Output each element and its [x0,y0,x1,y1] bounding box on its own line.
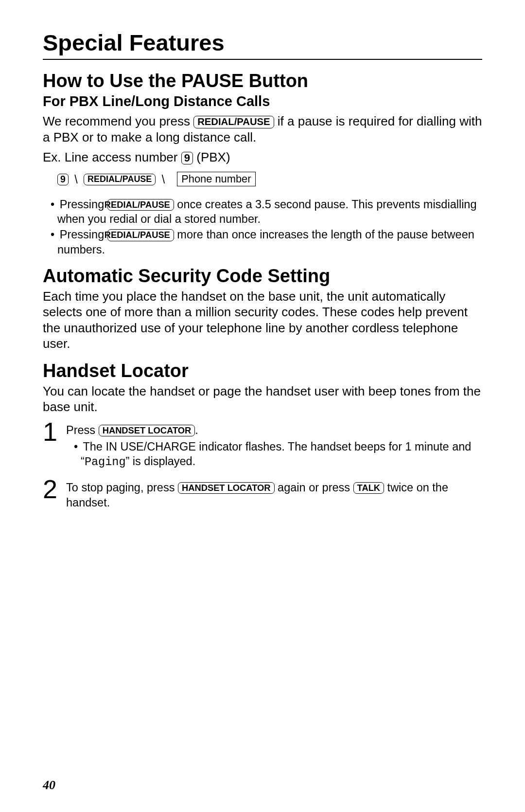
pause-intro-paragraph: We recommend you press REDIAL/PAUSE if a… [43,113,482,145]
heading-handset-locator: Handset Locator [43,361,482,381]
security-paragraph: Each time you place the handset on the b… [43,289,482,352]
heading-security-code: Automatic Security Code Setting [43,266,482,287]
key-redial-pause: REDIAL/PAUSE [193,116,274,128]
step-1: 1 Press HANDSET LOCATOR. The IN USE/CHAR… [43,420,482,478]
key-redial-pause: REDIAL/PAUSE [107,199,174,211]
display-text-paging: Paging [85,455,126,469]
page-number: 40 [43,778,55,793]
locator-steps: 1 Press HANDSET LOCATOR. The IN USE/CHAR… [43,420,482,517]
text: Pressing [60,228,107,241]
list-item: The IN USE/CHARGE indicator flashes. The… [68,439,482,469]
manual-page: Special Features How to Use the PAUSE Bu… [0,0,525,812]
key-handset-locator: HANDSET LOCATOR [178,482,275,494]
text: We recommend you press [43,114,193,128]
step-number: 1 [43,420,66,478]
text: Ex. Line access number [43,150,181,164]
subheading-pbx: For PBX Line/Long Distance Calls [43,93,482,109]
text: Press [66,424,99,436]
step-body: To stop paging, press HANDSET LOCATOR ag… [66,477,482,517]
key-redial-pause: REDIAL/PAUSE [84,174,156,185]
pause-bullets: Pressing REDIAL/PAUSE once creates a 3.5… [43,197,482,256]
box-phone-number: Phone number [177,172,255,186]
step-1-bullets: The IN USE/CHARGE indicator flashes. The… [66,439,482,469]
text: (PBX) [193,150,230,164]
example-line: Ex. Line access number 9 (PBX) [43,150,482,165]
text: Pressing [60,198,107,211]
step-2: 2 To stop paging, press HANDSET LOCATOR … [43,477,482,517]
page-title: Special Features [43,29,482,56]
arrow-icon: \ [71,171,80,189]
key-redial-pause: REDIAL/PAUSE [107,229,174,241]
title-rule [43,59,482,60]
key-handset-locator: HANDSET LOCATOR [99,425,195,436]
locator-intro: You can locate the handset or page the h… [43,383,482,415]
list-item: Pressing REDIAL/PAUSE more than once inc… [45,227,482,256]
arrow-icon: \ [159,171,168,189]
text: ” is displayed. [126,455,196,468]
text: To stop paging, press [66,481,178,494]
key-nine: 9 [57,174,69,185]
step-number: 2 [43,477,66,517]
heading-pause-button: How to Use the PAUSE Button [43,71,482,91]
key-nine: 9 [181,152,193,164]
dial-sequence: 9 \ REDIAL/PAUSE \ Phone number [57,170,482,188]
key-talk: TALK [353,482,385,494]
list-item: Pressing REDIAL/PAUSE once creates a 3.5… [45,197,482,226]
step-body: Press HANDSET LOCATOR. The IN USE/CHARGE… [66,420,482,478]
text: again or press [275,481,353,494]
text: . [195,424,198,436]
